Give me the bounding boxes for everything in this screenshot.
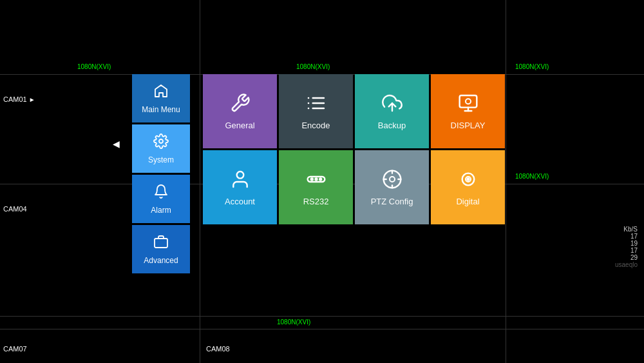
upload-icon [382,93,402,115]
svg-rect-1 [155,239,167,248]
alarm-button[interactable]: Alarm [132,175,190,223]
overlay-text: usaeqlo [615,261,638,268]
bell-icon [153,184,169,203]
account-label: Account [225,197,255,206]
resolution-top-right: 1080N(XVI) [515,63,549,70]
resolution-bot-mid: 1080N(XVI) [277,319,310,326]
svg-point-26 [467,178,469,180]
svg-point-16 [315,178,317,180]
stats-panel: Kb/S 17 19 17 29 usaeqlo [615,226,638,268]
svg-point-10 [466,99,471,104]
stat-val-3: 17 [615,247,638,254]
main-menu-panel: Main Menu System Alarm Advanced [132,74,190,273]
advanced-label: Advanced [144,256,178,265]
cam07-label: CAM07 [3,345,27,353]
cursor: ◀ [113,139,120,149]
resolution-top-mid: 1080N(XVI) [296,63,330,70]
rs232-item[interactable]: RS232 [279,150,353,224]
digital-label: Digital [456,197,479,206]
display-item[interactable]: DISPLAY [431,74,505,148]
main-menu-label: Main Menu [142,105,180,114]
stat-val-4: 29 [615,254,638,261]
rs232-label: RS232 [303,197,329,206]
encode-label: Encode [301,121,330,130]
display-label: DISPLAY [451,121,486,130]
cam08-label: CAM08 [206,345,230,353]
backup-item[interactable]: Backup [355,74,429,148]
general-label: General [225,121,254,130]
user-icon [230,169,251,191]
ptz-item[interactable]: PTZ Config [355,150,429,224]
digital-icon [458,169,478,191]
main-menu-button[interactable]: Main Menu [132,74,190,123]
cam01-label: CAM01 ► [3,95,35,103]
display-icon [458,93,478,115]
svg-point-17 [319,178,321,180]
resolution-top-left: 1080N(XVI) [77,63,111,70]
wrench-icon [230,93,251,115]
alarm-label: Alarm [151,206,171,215]
resolution-mid-right: 1080N(XVI) [515,173,549,180]
ptz-label: PTZ Config [371,197,413,206]
system-button[interactable]: System [132,124,190,173]
gear-icon [153,133,169,153]
system-label: System [148,155,174,164]
general-item[interactable]: General [203,74,277,148]
home-icon [153,83,169,103]
stat-val-1: 17 [615,233,638,240]
account-item[interactable]: Account [203,150,277,224]
advanced-button[interactable]: Advanced [132,225,190,273]
svg-point-15 [311,178,313,180]
svg-rect-9 [459,95,477,108]
encode-item[interactable]: Encode [279,74,353,148]
kbs-label: Kb/S [615,226,638,233]
rs232-icon [306,169,327,191]
digital-item[interactable]: Digital [431,150,505,224]
cam04-label: CAM04 [3,205,27,213]
svg-point-19 [390,177,395,182]
ptz-icon [382,169,402,191]
svg-point-13 [236,172,243,179]
bag-icon [153,234,169,253]
stat-val-2: 19 [615,240,638,247]
backup-label: Backup [378,121,406,130]
system-grid: General Encode Backup [203,74,505,224]
list-icon [306,93,327,115]
svg-point-0 [159,139,163,143]
